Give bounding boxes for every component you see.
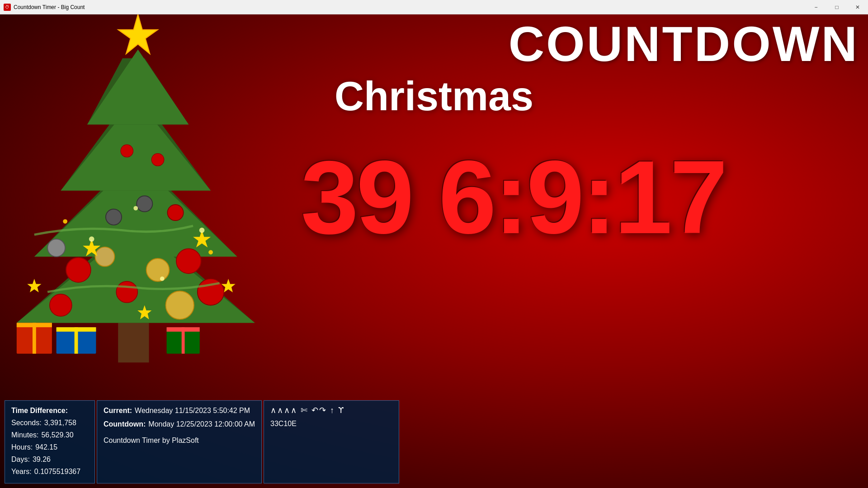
days-line: Days: 39.26	[11, 454, 88, 465]
minutes-line: Minutes: 56,529.30	[11, 430, 88, 441]
svg-marker-27	[27, 279, 41, 292]
svg-point-18	[47, 239, 65, 257]
svg-point-34	[208, 250, 213, 254]
minimize-button[interactable]: −	[806, 0, 826, 14]
close-button[interactable]: ✕	[847, 0, 868, 14]
maximize-button[interactable]: □	[826, 0, 847, 14]
svg-point-31	[133, 206, 138, 211]
svg-point-15	[146, 258, 170, 282]
svg-point-14	[50, 294, 72, 316]
svg-point-17	[166, 291, 194, 319]
current-date-value: Wednesday 11/15/2023 5:50:42 PM	[135, 405, 250, 416]
years-label: Years:	[11, 466, 32, 477]
dates-panel: Current: Wednesday 11/15/2023 5:50:42 PM…	[97, 400, 262, 483]
title-bar-left: ⏱ Countdown Timer - Big Count	[0, 4, 85, 11]
hours-line: Hours: 942.15	[11, 442, 88, 453]
minutes-value: 56,529.30	[41, 430, 73, 441]
current-date-line: Current: Wednesday 11/15/2023 5:50:42 PM	[104, 405, 255, 416]
svg-rect-40	[75, 327, 78, 354]
svg-point-32	[160, 277, 165, 281]
time-diff-label: Time Difference:	[11, 405, 88, 416]
days-value: 39.26	[33, 454, 51, 465]
svg-point-16	[95, 247, 114, 267]
days-label: Days:	[11, 454, 30, 465]
years-value: 0.1075519367	[34, 466, 80, 477]
extras-panel: ∧∧∧∧ ✄ ↶↷ ↑ ϒ 33C10E	[264, 400, 399, 483]
branding-line: Countdown Timer by PlazSoft	[104, 435, 255, 446]
svg-point-29	[89, 236, 94, 242]
title-bar-controls: − □ ✕	[806, 0, 868, 14]
countdown-date-label: Countdown:	[104, 419, 146, 430]
seconds-value: 3,391,758	[44, 418, 76, 428]
event-name: Christmas	[0, 73, 868, 120]
main-content: COUNTDOWN Christmas 39 6:9:17 Time Diffe…	[0, 14, 868, 488]
countdown-date-line: Countdown: Monday 12/25/2023 12:00:00 AM	[104, 419, 255, 430]
window-title: Countdown Timer - Big Count	[14, 4, 85, 10]
svg-rect-0	[118, 323, 149, 362]
minutes-label: Minutes:	[11, 430, 38, 441]
svg-point-20	[106, 209, 122, 225]
branding-text: Countdown Timer by PlazSoft	[104, 436, 199, 444]
svg-point-12	[116, 282, 137, 303]
current-date-label: Current:	[104, 405, 132, 416]
title-bar: ⏱ Countdown Timer - Big Count − □ ✕	[0, 0, 868, 14]
seconds-label: Seconds:	[11, 418, 42, 428]
svg-point-10	[66, 258, 91, 282]
bottom-panels: Time Difference: Seconds: 3,391,758 Minu…	[5, 400, 399, 483]
hours-value: 942.15	[35, 442, 57, 453]
countdown-title: COUNTDOWN	[509, 19, 859, 69]
svg-point-13	[198, 279, 224, 305]
hours-label: Hours:	[11, 442, 33, 453]
svg-marker-9	[118, 14, 158, 54]
big-countdown-display: 39 6:9:17	[158, 145, 868, 249]
app-icon: ⏱	[4, 4, 11, 11]
svg-point-22	[121, 145, 133, 157]
seconds-line: Seconds: 3,391,758	[11, 418, 88, 428]
symbols-display: ∧∧∧∧ ✄ ↶↷ ↑ ϒ	[270, 405, 392, 415]
svg-point-19	[137, 196, 152, 211]
svg-point-11	[176, 249, 201, 274]
years-line: Years: 0.1075519367	[11, 466, 88, 477]
svg-rect-37	[33, 323, 36, 353]
time-difference-panel: Time Difference: Seconds: 3,391,758 Minu…	[5, 400, 95, 483]
countdown-date-value: Monday 12/25/2023 12:00:00 AM	[148, 419, 255, 430]
svg-point-33	[63, 219, 67, 224]
code-display: 33C10E	[270, 420, 392, 428]
svg-rect-43	[182, 327, 185, 354]
